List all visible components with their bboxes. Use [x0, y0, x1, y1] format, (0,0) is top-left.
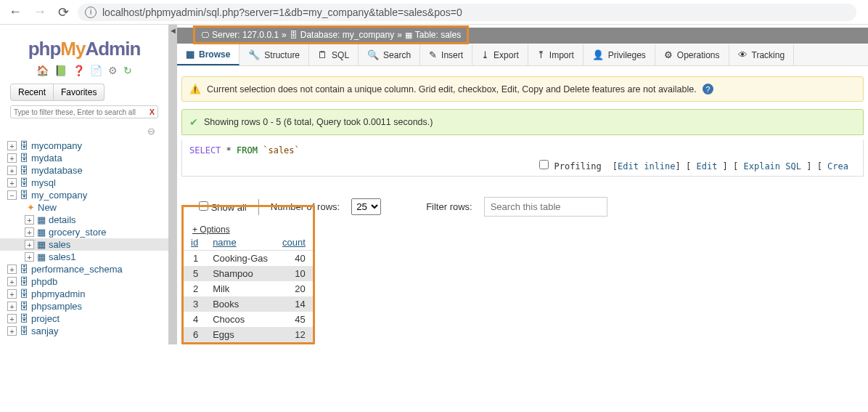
- tree-item-new[interactable]: ✦New: [0, 201, 168, 214]
- edit-inline-link[interactable]: Edit inline: [618, 161, 675, 171]
- forward-button[interactable]: →: [30, 3, 49, 21]
- nav-insert[interactable]: ✎Insert: [420, 44, 472, 65]
- expand-icon[interactable]: +: [25, 215, 34, 225]
- nav-tracking[interactable]: 👁Tracking: [729, 44, 795, 65]
- col-count[interactable]: count: [275, 235, 313, 251]
- nav-browse[interactable]: ▦Browse: [177, 44, 239, 65]
- sidebar: phpMyAdmin 🏠 📗 ❓ 📄 ⚙ ↻ Recent Favorites …: [0, 25, 168, 344]
- expand-icon[interactable]: +: [7, 277, 17, 286]
- db-tree: +🗄mycompany+🗄mydata+🗄mydatabase+🗄mysql−🗄…: [0, 140, 168, 337]
- warning-text: Current selection does not contain a uni…: [207, 84, 697, 94]
- content: ◄ 🖵 Server: 127.0.0.1 » 🗄 Database: my_c…: [168, 25, 868, 344]
- tree-item-phpsamples[interactable]: +🗄phpsamples: [0, 300, 168, 312]
- docs-icon[interactable]: ❓: [73, 65, 85, 76]
- back-button[interactable]: ←: [6, 3, 25, 21]
- filter-rows-input[interactable]: [484, 197, 607, 217]
- nav-export[interactable]: ⤓Export: [472, 44, 528, 65]
- breadcrumb-database[interactable]: Database: my_company: [300, 30, 394, 40]
- sql-icon[interactable]: 📄: [90, 65, 102, 76]
- tree-item-mycompany[interactable]: +🗄mycompany: [0, 140, 168, 152]
- tree-label: phpsamples: [31, 301, 82, 312]
- nav-sql[interactable]: 🗒SQL: [309, 44, 359, 65]
- breadcrumb-table[interactable]: Table: sales: [415, 30, 461, 40]
- tree-item-sales[interactable]: +▦sales: [0, 238, 168, 251]
- db-icon: 🗄: [18, 153, 30, 163]
- export-icon: ⤓: [481, 49, 489, 60]
- db-icon: 🗄: [18, 264, 30, 275]
- nav-privileges[interactable]: 👤Privileges: [584, 44, 655, 65]
- tracking-icon: 👁: [738, 49, 748, 60]
- nav-search[interactable]: 🔍Search: [359, 44, 420, 65]
- expand-icon[interactable]: +: [7, 302, 17, 311]
- expand-icon[interactable]: +: [7, 141, 17, 150]
- table-row: 4Chocos45: [184, 312, 313, 327]
- tree-item-sanjay[interactable]: +🗄sanjay: [0, 325, 168, 337]
- url-bar[interactable]: i localhost/phpmyadmin/sql.php?server=1&…: [78, 4, 856, 21]
- table-icon: ▦: [36, 227, 47, 238]
- tree-item-grocery-store[interactable]: +▦grocery_store: [0, 226, 168, 238]
- success-banner: ✔ Showing rows 0 - 5 (6 total, Query too…: [181, 109, 864, 135]
- table-row: 3Books14: [184, 296, 313, 312]
- tree-item-mydatabase[interactable]: +🗄mydatabase: [0, 164, 168, 177]
- logout-icon[interactable]: 📗: [54, 65, 67, 76]
- tree-label: phpmyadmin: [31, 288, 85, 299]
- profiling-checkbox[interactable]: Profiling: [539, 161, 601, 171]
- reload-tree-icon[interactable]: ↻: [123, 65, 132, 76]
- options-toggle[interactable]: + Options: [184, 220, 313, 235]
- expand-icon[interactable]: +: [7, 153, 17, 163]
- clear-filter-icon[interactable]: X: [150, 108, 155, 116]
- tree-item-my-company[interactable]: −🗄my_company: [0, 189, 168, 201]
- tree-label: New: [38, 202, 57, 213]
- tree-item-mysql[interactable]: +🗄mysql: [0, 177, 168, 189]
- tree-filter-input[interactable]: [14, 108, 150, 116]
- expand-icon[interactable]: +: [7, 264, 17, 274]
- sidebar-collapse-bar[interactable]: ◄: [168, 25, 177, 344]
- nav-structure[interactable]: 🔧Structure: [239, 44, 309, 65]
- breadcrumb-server[interactable]: Server: 127.0.0.1: [212, 30, 279, 40]
- help-icon[interactable]: ?: [703, 84, 713, 94]
- tree-item-project[interactable]: +🗄project: [0, 312, 168, 325]
- site-info-icon[interactable]: i: [85, 7, 97, 18]
- tree-label: grocery_store: [49, 227, 106, 238]
- expand-icon[interactable]: +: [25, 240, 34, 249]
- collapse-link-icon[interactable]: ⊖: [0, 126, 168, 137]
- table-row: 1Cooking-Gas40: [184, 251, 313, 267]
- home-icon[interactable]: 🏠: [36, 65, 49, 76]
- db-icon: 🗄: [18, 276, 30, 287]
- table-row: 5Shampoo10: [184, 266, 313, 281]
- reload-button[interactable]: ⟳: [55, 3, 72, 22]
- nav-operations[interactable]: ⚙Operations: [655, 44, 729, 65]
- settings-icon[interactable]: ⚙: [108, 65, 118, 76]
- expand-icon[interactable]: +: [7, 166, 17, 175]
- col-id[interactable]: id: [184, 235, 205, 251]
- expand-icon[interactable]: +: [7, 326, 17, 336]
- expand-icon[interactable]: +: [7, 289, 17, 299]
- expand-icon[interactable]: +: [7, 314, 17, 323]
- explain-sql-link[interactable]: Explain SQL: [743, 161, 801, 171]
- tree-item-phpdb[interactable]: +🗄phpdb: [0, 275, 168, 288]
- recent-tab[interactable]: Recent: [10, 84, 54, 101]
- tree-label: mydata: [31, 153, 62, 163]
- expand-icon[interactable]: +: [25, 252, 34, 262]
- tree-item-mydata[interactable]: +🗄mydata: [0, 152, 168, 164]
- create-link[interactable]: Crea: [827, 161, 848, 171]
- expand-icon[interactable]: −: [7, 190, 17, 200]
- favorites-tab[interactable]: Favorites: [54, 84, 105, 101]
- tree-item-sales1[interactable]: +▦sales1: [0, 251, 168, 263]
- table-icon: ▦: [36, 251, 47, 262]
- rows-select[interactable]: 25: [351, 198, 381, 215]
- db-icon: 🗄: [18, 177, 30, 188]
- tree-item-performance-schema[interactable]: +🗄performance_schema: [0, 263, 168, 275]
- tree-filter[interactable]: X: [10, 105, 158, 118]
- expand-icon[interactable]: +: [25, 227, 34, 237]
- nav-import[interactable]: ⤒Import: [528, 44, 584, 65]
- edit-link[interactable]: Edit: [696, 161, 717, 171]
- search-icon: 🔍: [367, 49, 379, 60]
- results-highlight: + Options idnamecount1Cooking-Gas405Sham…: [181, 205, 315, 344]
- expand-icon[interactable]: +: [7, 178, 17, 187]
- tree-item-details[interactable]: +▦details: [0, 214, 168, 226]
- tree-item-phpmyadmin[interactable]: +🗄phpmyadmin: [0, 288, 168, 300]
- col-name[interactable]: name: [205, 235, 275, 251]
- browser-toolbar: ← → ⟳ i localhost/phpmyadmin/sql.php?ser…: [0, 0, 868, 25]
- db-icon: 🗄: [18, 301, 30, 312]
